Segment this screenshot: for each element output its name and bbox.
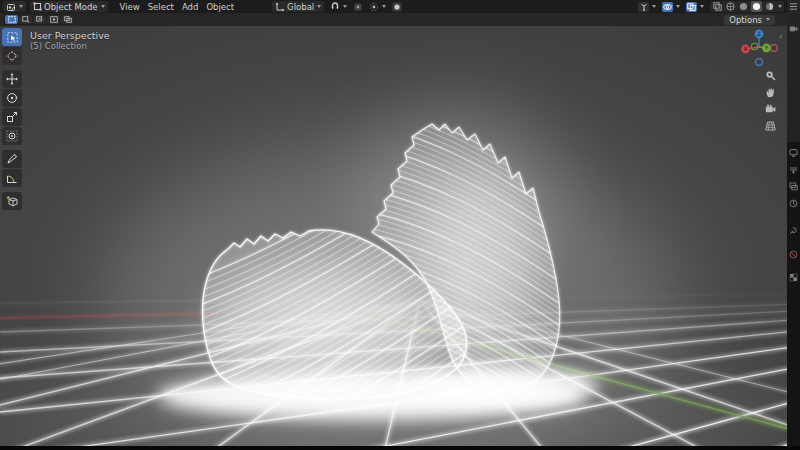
- toolbar: [2, 28, 22, 210]
- sidebar-collapse-arrow[interactable]: ‹: [779, 32, 782, 41]
- snap-toggle-button[interactable]: [327, 1, 350, 12]
- gizmo-axis-y-neg[interactable]: [751, 43, 757, 49]
- ortho-toggle-button[interactable]: [763, 120, 777, 132]
- tool-add-cube[interactable]: [2, 192, 22, 210]
- outliner-list-icon[interactable]: [789, 2, 798, 11]
- tool-annotate[interactable]: [2, 150, 22, 168]
- rotate-icon: [6, 92, 18, 104]
- tool-move[interactable]: [2, 70, 22, 88]
- tool-rotate[interactable]: [2, 89, 22, 107]
- select-mode-group: [4, 14, 75, 25]
- menu-add[interactable]: Add: [178, 1, 202, 12]
- select-mode-new[interactable]: [5, 15, 18, 24]
- select-mode-extend[interactable]: [19, 15, 32, 24]
- object-core-highlight: [205, 270, 435, 394]
- shading-xray-icon[interactable]: [712, 1, 723, 12]
- show-gizmos-icon: [640, 3, 648, 11]
- proportional-editing-button[interactable]: [366, 1, 389, 12]
- chevron-down-icon: [652, 5, 656, 8]
- tool-transform[interactable]: [2, 127, 22, 145]
- gizmo-axis-x[interactable]: X: [741, 45, 750, 54]
- viewport-shading-group: [710, 1, 784, 12]
- letterbox-bar: [0, 446, 800, 450]
- collection-label: (5) Collection: [30, 41, 110, 52]
- viewport-header: Object Mode View Select Add Object Globa…: [0, 0, 787, 13]
- editor-type-button[interactable]: [3, 1, 26, 12]
- camera-icon: [765, 104, 776, 114]
- hand-icon: [765, 87, 776, 98]
- chevron-down-icon[interactable]: [778, 5, 782, 8]
- output-tab-icon[interactable]: [789, 165, 798, 174]
- transform-orientation-dropdown[interactable]: Global: [272, 1, 324, 12]
- options-label: Options: [729, 15, 762, 25]
- scene-tab-icon[interactable]: [789, 199, 798, 208]
- show-gizmos-toggle[interactable]: [635, 1, 659, 12]
- viewport-nav-controls: [763, 69, 777, 132]
- measure-icon: [6, 172, 18, 184]
- chevron-down-icon: [317, 5, 321, 8]
- chevron-down-icon: [700, 5, 704, 8]
- render-tab-icon[interactable]: [789, 148, 798, 157]
- gizmo-axis-z[interactable]: Z: [755, 30, 764, 39]
- camera-filter-icon[interactable]: [789, 24, 798, 33]
- snap-target-button[interactable]: [350, 1, 366, 12]
- tool-cursor[interactable]: [2, 47, 22, 65]
- view-name-label: User Perspective: [30, 30, 110, 41]
- proportional-falloff-button[interactable]: [389, 1, 405, 12]
- select-mode-subtract[interactable]: [33, 15, 46, 24]
- shading-solid-button[interactable]: [738, 1, 749, 12]
- show-overlays-icon: [663, 3, 672, 11]
- menu-object[interactable]: Object: [202, 1, 238, 12]
- scale-icon: [6, 111, 18, 123]
- toggle-xray-icon: [687, 3, 696, 11]
- chevron-down-icon: [382, 5, 386, 8]
- svg-text:Y: Y: [764, 44, 769, 51]
- camera-view-button[interactable]: [763, 103, 777, 115]
- chevron-down-icon: [343, 5, 347, 8]
- menu-view[interactable]: View: [116, 1, 144, 12]
- zoom-button[interactable]: [763, 69, 777, 81]
- modifiers-tab-icon[interactable]: [789, 226, 798, 235]
- view-layer-tab-icon[interactable]: [789, 182, 798, 191]
- chevron-down-icon: [676, 5, 680, 8]
- tool-measure[interactable]: [2, 169, 22, 187]
- select-mode-intersect[interactable]: [61, 15, 74, 24]
- pan-button[interactable]: [763, 86, 777, 98]
- viewport-editor-type-icon: [6, 2, 16, 12]
- select-box-icon: [7, 32, 18, 43]
- shading-rendered-button[interactable]: [764, 1, 775, 12]
- options-button[interactable]: Options: [724, 15, 775, 25]
- proportional-editing-icon: [369, 2, 379, 12]
- viewport-3d[interactable]: [0, 0, 800, 450]
- shading-wireframe-button[interactable]: [725, 1, 736, 12]
- right-rail: [787, 0, 800, 450]
- menu-select[interactable]: Select: [144, 1, 178, 12]
- svg-text:Z: Z: [757, 30, 761, 37]
- tool-select-box[interactable]: [2, 28, 22, 46]
- object-mode-icon: [33, 2, 42, 11]
- select-mode-invert[interactable]: [47, 15, 60, 24]
- transform-icon: [6, 130, 18, 142]
- orientation-label: Global: [287, 2, 314, 12]
- tool-scale[interactable]: [2, 108, 22, 126]
- annotate-pen-icon: [6, 153, 18, 165]
- texture-tab-icon[interactable]: [789, 273, 798, 282]
- navigation-gizmo[interactable]: Z X Y: [737, 24, 783, 70]
- proportional-falloff-icon: [392, 2, 402, 12]
- perspective-grid-icon: [765, 121, 776, 131]
- snap-target-icon: [353, 2, 363, 12]
- fin-core-highlight: [430, 173, 534, 343]
- viewport-text-overlay: User Perspective (5) Collection: [30, 30, 110, 52]
- mode-select-dropdown[interactable]: Object Mode: [30, 1, 108, 12]
- shading-material-button[interactable]: [751, 1, 762, 12]
- physics-tab-icon[interactable]: [789, 250, 798, 259]
- transform-orientation-icon: [275, 2, 285, 12]
- gizmo-axis-z-neg[interactable]: [756, 59, 763, 66]
- snap-magnet-icon: [330, 2, 340, 12]
- magnifier-icon: [765, 70, 776, 81]
- toggle-xray-button[interactable]: [683, 1, 707, 12]
- move-icon: [6, 73, 18, 85]
- gizmo-axis-y[interactable]: Y: [762, 44, 771, 53]
- show-overlays-toggle[interactable]: [659, 1, 683, 12]
- gizmo-axis-x-neg[interactable]: [771, 45, 778, 52]
